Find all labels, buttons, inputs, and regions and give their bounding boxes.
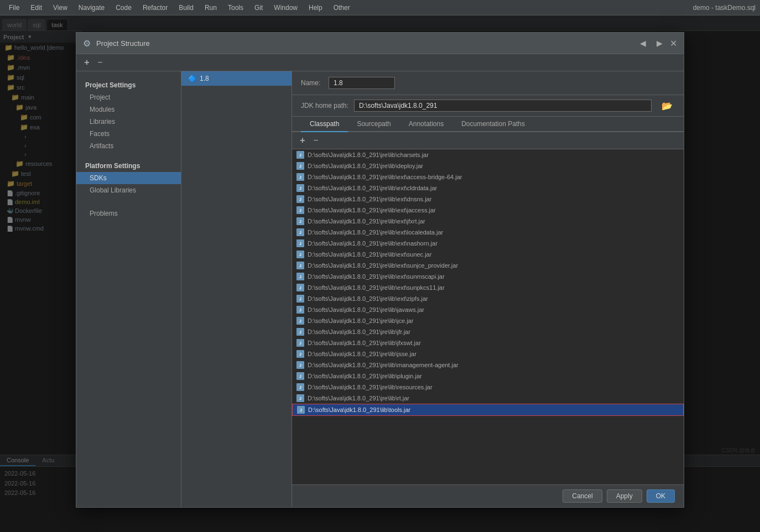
name-input[interactable] [329, 77, 395, 89]
classpath-item-13[interactable]: JD:\softs\Java\jdk1.8.0_291\jre\lib\ext\… [292, 293, 684, 304]
classpath-item-22[interactable]: JD:\softs\Java\jdk1.8.0_291\jre\lib\rt.j… [292, 393, 684, 404]
jar-icon: J [296, 217, 304, 225]
name-label: Name: [301, 79, 323, 87]
menubar-item-code[interactable]: Code [111, 3, 136, 13]
menubar-item-tools[interactable]: Tools [223, 3, 248, 13]
classpath-item-6[interactable]: JD:\softs\Java\jdk1.8.0_291\jre\lib\ext\… [292, 216, 684, 227]
classpath-item-18[interactable]: JD:\softs\Java\jdk1.8.0_291\jre\lib\jsse… [292, 348, 684, 359]
classpath-item-14[interactable]: JD:\softs\Java\jdk1.8.0_291\jre\lib\java… [292, 304, 684, 315]
sdk-list-panel: 🔷 1.8 [181, 71, 292, 507]
main-layout: Project ▾ 📁 hello_world [demo 📁 .idea 📁 … [0, 31, 760, 455]
classpath-item-2[interactable]: JD:\softs\Java\jdk1.8.0_291\jre\lib\ext\… [292, 171, 684, 182]
nav-item-sdks[interactable]: SDKs [76, 172, 181, 184]
nav-item-artifacts[interactable]: Artifacts [76, 140, 181, 152]
nav-item-libraries[interactable]: Libraries [76, 116, 181, 128]
nav-item-modules[interactable]: Modules [76, 103, 181, 116]
jar-icon: J [296, 251, 304, 258]
classpath-item-16[interactable]: JD:\softs\Java\jdk1.8.0_291\jre\lib\jfr.… [292, 326, 684, 337]
dialog-icon: ⚙ [83, 38, 91, 49]
dialog-close-icon[interactable]: ✕ [670, 38, 677, 49]
tab-documentation-paths[interactable]: Documentation Paths [452, 117, 534, 132]
add-sdk-button[interactable]: + [81, 56, 93, 69]
classpath-item-5[interactable]: JD:\softs\Java\jdk1.8.0_291\jre\lib\ext\… [292, 205, 684, 216]
dialog-content: Name: JDK home path: 📂 Classpath Sourcep… [292, 71, 684, 507]
jar-icon: J [296, 350, 304, 358]
cancel-button[interactable]: Cancel [563, 489, 602, 503]
menubar-item-git[interactable]: Git [250, 3, 267, 13]
sdk-list-toolbar-top: + − [76, 54, 684, 71]
jar-icon: J [296, 273, 304, 280]
classpath-item-17[interactable]: JD:\softs\Java\jdk1.8.0_291\jre\lib\jfxs… [292, 337, 684, 348]
classpath-item-4[interactable]: JD:\softs\Java\jdk1.8.0_291\jre\lib\ext\… [292, 194, 684, 205]
tab-annotations[interactable]: Annotations [400, 117, 452, 132]
nav-item-facets[interactable]: Facets [76, 128, 181, 140]
jar-icon: J [296, 284, 304, 291]
menubar-item-other[interactable]: Other [329, 3, 355, 13]
jar-icon: J [297, 406, 305, 414]
classpath-toolbar: + − [292, 132, 684, 149]
menubar-item-edit[interactable]: Edit [26, 3, 46, 13]
jar-icon: J [296, 262, 304, 269]
classpath-item-21[interactable]: JD:\softs\Java\jdk1.8.0_291\jre\lib\reso… [292, 382, 684, 393]
remove-classpath-button[interactable]: − [310, 134, 322, 147]
ok-button[interactable]: OK [647, 489, 675, 503]
browse-jdk-button[interactable]: 📂 [659, 100, 675, 112]
menubar-item-view[interactable]: View [49, 3, 72, 13]
remove-sdk-button[interactable]: − [94, 56, 106, 69]
forward-button[interactable]: ▶ [653, 37, 665, 49]
tab-sourcepath[interactable]: Sourcepath [348, 117, 399, 132]
tab-classpath[interactable]: Classpath [301, 117, 348, 132]
back-button[interactable]: ◀ [637, 37, 649, 49]
dialog-buttons: Cancel Apply OK [292, 484, 684, 507]
apply-button[interactable]: Apply [607, 489, 642, 503]
jdk-path-label: JDK home path: [301, 102, 348, 109]
menubar-item-refactor[interactable]: Refactor [138, 3, 172, 13]
content-tabs: Classpath Sourcepath Annotations Documen… [292, 117, 684, 132]
classpath-item-0[interactable]: JD:\softs\Java\jdk1.8.0_291\jre\lib\char… [292, 149, 684, 160]
jdk-path-input[interactable] [354, 100, 652, 112]
classpath-item-3[interactable]: JD:\softs\Java\jdk1.8.0_291\jre\lib\ext\… [292, 182, 684, 194]
classpath-area: JD:\softs\Java\jdk1.8.0_291\jre\lib\char… [292, 149, 684, 484]
jar-icon: J [296, 228, 304, 236]
nav-item-global-libraries[interactable]: Global Libraries [76, 184, 181, 196]
classpath-item-23[interactable]: JD:\softs\Java\jdk1.8.0_291\lib\tools.ja… [292, 404, 684, 416]
dialog-overlay: ⚙ Project Structure ◀ ▶ ✕ + − Project Se… [0, 15, 760, 532]
classpath-item-9[interactable]: JD:\softs\Java\jdk1.8.0_291\jre\lib\ext\… [292, 249, 684, 260]
app-title: demo - taskDemo.sql [693, 4, 756, 12]
sdk-item-1.8[interactable]: 🔷 1.8 [181, 71, 291, 86]
jar-icon: J [296, 383, 304, 391]
jar-icon: J [296, 206, 304, 214]
jar-icon: J [296, 173, 304, 181]
jar-icon: J [296, 372, 304, 380]
add-classpath-button[interactable]: + [296, 134, 309, 147]
jar-icon: J [296, 394, 304, 402]
jar-icon: J [296, 239, 304, 247]
dialog-title: Project Structure [96, 39, 150, 48]
menubar-item-run[interactable]: Run [200, 3, 221, 13]
jar-icon: J [296, 317, 304, 325]
menubar-item-navigate[interactable]: Navigate [74, 3, 109, 13]
jar-icon: J [296, 195, 304, 203]
project-settings-label: Project Settings [76, 78, 181, 91]
classpath-item-20[interactable]: JD:\softs\Java\jdk1.8.0_291\jre\lib\plug… [292, 371, 684, 382]
classpath-item-8[interactable]: JD:\softs\Java\jdk1.8.0_291\jre\lib\ext\… [292, 238, 684, 249]
menubar-item-help[interactable]: Help [304, 3, 327, 13]
menubar-item-file[interactable]: File [4, 3, 24, 13]
classpath-item-19[interactable]: JD:\softs\Java\jdk1.8.0_291\jre\lib\mana… [292, 359, 684, 371]
jar-icon: J [296, 328, 304, 336]
nav-item-project[interactable]: Project [76, 91, 181, 103]
classpath-item-1[interactable]: JD:\softs\Java\jdk1.8.0_291\jre\lib\depl… [292, 160, 684, 171]
name-row: Name: [292, 71, 684, 95]
jar-icon: J [296, 162, 304, 170]
classpath-item-12[interactable]: JD:\softs\Java\jdk1.8.0_291\jre\lib\ext\… [292, 282, 684, 293]
classpath-item-7[interactable]: JD:\softs\Java\jdk1.8.0_291\jre\lib\ext\… [292, 227, 684, 238]
menubar-item-window[interactable]: Window [269, 3, 302, 13]
jar-icon: J [296, 184, 304, 192]
menubar-item-build[interactable]: Build [174, 3, 198, 13]
classpath-item-15[interactable]: JD:\softs\Java\jdk1.8.0_291\jre\lib\jce.… [292, 315, 684, 326]
jar-icon: J [296, 339, 304, 347]
classpath-item-10[interactable]: JD:\softs\Java\jdk1.8.0_291\jre\lib\ext\… [292, 260, 684, 271]
nav-item-problems[interactable]: Problems [76, 207, 181, 220]
classpath-item-11[interactable]: JD:\softs\Java\jdk1.8.0_291\jre\lib\ext\… [292, 271, 684, 282]
dialog-body: Project Settings Project Modules Librari… [76, 71, 684, 507]
